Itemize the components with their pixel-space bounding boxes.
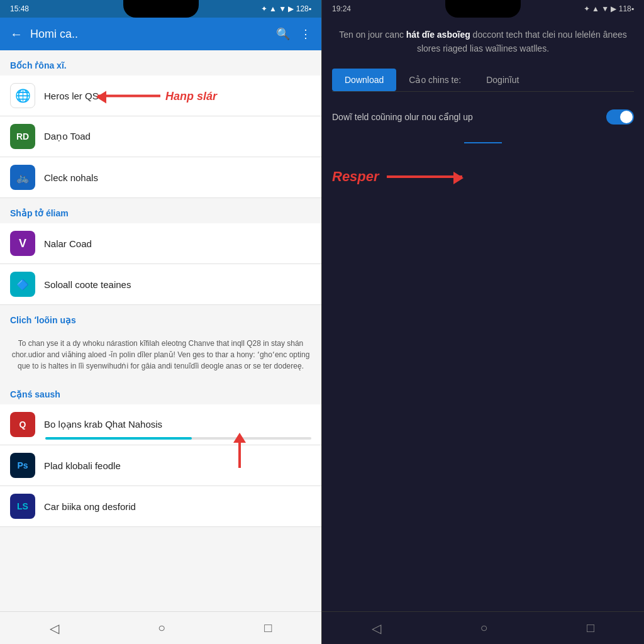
home-nav-icon[interactable]: ○ [158, 621, 165, 635]
app-icon-green: RD [10, 124, 35, 149]
app-icon-ls: LS [10, 494, 35, 519]
time-left: 15:48 [10, 4, 29, 13]
list-item-cleck[interactable]: 🚲 Cleck nohals [0, 157, 321, 198]
back-button[interactable]: ← [10, 27, 23, 42]
toggle-switch[interactable] [606, 109, 634, 125]
list-item-bo[interactable]: Q Bo lọạns krab Qhat Nahosis [0, 404, 321, 445]
app-icon-ps: Ps [10, 453, 35, 478]
divider-line [464, 142, 502, 143]
tab-dogin[interactable]: Doginĩut [474, 69, 531, 91]
recents-nav-icon[interactable]: □ [264, 621, 272, 635]
back-nav-icon-right[interactable]: ◁ [372, 621, 381, 636]
search-icon[interactable]: 🔍 [276, 27, 290, 41]
progress-fill [45, 437, 192, 440]
section-header-3: Clich ʻloõin uạs [0, 305, 321, 330]
description-text: To chan yse it a dy whoku nárastion kĩfi… [0, 330, 321, 379]
home-nav-icon-right[interactable]: ○ [480, 621, 487, 635]
section-header-4: Cặnś saush [0, 379, 321, 404]
app-name-cleck: Cleck nohals [44, 172, 311, 183]
list-item-soloall[interactable]: 🔷 Soloall coote teaines [0, 264, 321, 305]
battery-right: ✦ ▲ ▼ ▶ 118▪ [584, 4, 634, 13]
app-icon-chrome: 🌐 [10, 83, 35, 108]
list-item-dano[interactable]: RD Daṇo Toad [0, 116, 321, 157]
toolbar-icons: 🔍 ⋮ [276, 27, 311, 41]
app-name-car: Car biika ong desforid [44, 501, 311, 512]
bottom-nav-left: ◁ ○ □ [0, 611, 321, 644]
more-icon[interactable]: ⋮ [300, 27, 311, 41]
left-content: Bốch ṙôna xĩ. 🌐 Heros ler QS Hanp slár R… [0, 50, 321, 611]
app-name-dano: Daṇo Toad [44, 131, 311, 142]
app-icon-red-q: Q [10, 412, 35, 437]
info-bold: hát dĩe asboĩeg [406, 30, 470, 40]
app-icon-violet: V [10, 231, 35, 256]
tabs-row: Download Cảo chins te: Doginĩut [332, 69, 634, 92]
list-item-heros[interactable]: 🌐 Heros ler QS [0, 75, 321, 116]
toggle-row: Dowĩ teld coũning olur nou cẩngl up [332, 104, 634, 130]
section-header-1: Bốch ṙôna xĩ. [0, 50, 321, 75]
right-content: Ten on jour canc hát dĩe asboĩeg doccont… [322, 18, 644, 611]
app-name-nalar: Nalar Coad [44, 238, 311, 249]
arrow-right-resper [387, 175, 462, 178]
left-phone: 15:48 ✦ ▲ ▼ ▶ 128▪ ← Homi ca.. 🔍 ⋮ Bốch … [0, 0, 322, 644]
tab-cao[interactable]: Cảo chins te: [396, 69, 474, 91]
back-nav-icon[interactable]: ◁ [50, 621, 59, 636]
toolbar-left: ← Homi ca.. 🔍 ⋮ [0, 18, 321, 50]
toggle-label: Dowĩ teld coũning olur nou cẩngl up [332, 112, 473, 122]
app-icon-bike: 🚲 [10, 165, 35, 190]
annotation-right: Resper [332, 169, 634, 185]
resper-label: Resper [332, 169, 379, 185]
progress-bar [45, 437, 311, 440]
recents-nav-icon-right[interactable]: □ [587, 621, 594, 635]
app-name-bo: Bo lọạns krab Qhat Nahosis [44, 419, 311, 430]
info-text: Ten on jour canc hát dĩe asboĩeg doccont… [332, 28, 634, 56]
list-item-plad[interactable]: Ps Plad klobali feodle [0, 445, 321, 486]
right-phone: 19:24 ✦ ▲ ▼ ▶ 118▪ Ten on jour canc hát … [322, 0, 644, 644]
app-name-plad: Plad klobali feodle [44, 460, 311, 471]
list-item-nalar[interactable]: V Nalar Coad [0, 223, 321, 264]
time-right: 19:24 [332, 4, 351, 13]
notch-right [445, 0, 521, 18]
notch-left [123, 0, 199, 18]
tab-download[interactable]: Download [332, 69, 396, 91]
app-name-soloall: Soloall coote teaines [44, 279, 311, 290]
app-icon-cyan: 🔷 [10, 272, 35, 297]
toolbar-title: Homi ca.. [30, 28, 269, 41]
battery-left: ✦ ▲ ▼ ▶ 128▪ [261, 4, 311, 13]
section-header-2: Shảp tở éliam [0, 198, 321, 223]
list-item-car[interactable]: LS Car biika ong desforid [0, 486, 321, 527]
bottom-nav-right: ◁ ○ □ [322, 611, 644, 644]
app-name-heros: Heros ler QS [44, 91, 311, 101]
